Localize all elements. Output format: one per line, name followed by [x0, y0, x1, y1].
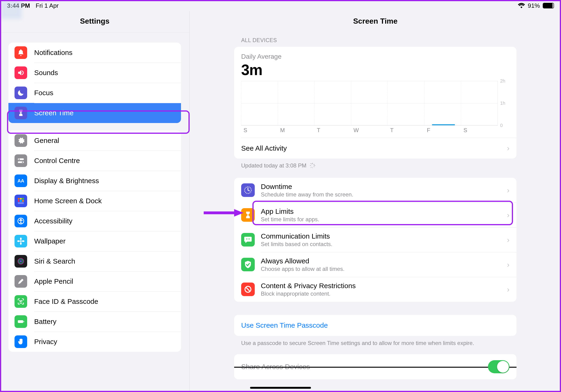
- feature-subtitle: Set time limits for apps.: [261, 216, 507, 223]
- use-passcode-row[interactable]: Use Screen Time Passcode: [234, 315, 517, 336]
- use-passcode-label: Use Screen Time Passcode: [241, 321, 328, 329]
- svg-rect-9: [20, 200, 22, 202]
- svg-point-18: [22, 240, 24, 242]
- annotation-arrow: [204, 208, 244, 217]
- sidebar-item-label: Siri & Search: [34, 257, 75, 265]
- settings-sidebar: Settings Notifications Sounds Focus: [0, 11, 190, 392]
- aa-icon: AA: [14, 175, 27, 187]
- svg-point-36: [246, 238, 248, 239]
- sidebar-item-screen-time[interactable]: Screen Time: [8, 103, 181, 123]
- chart-bar-F: [432, 124, 455, 125]
- sidebar-item-label: General: [34, 137, 59, 144]
- svg-point-24: [22, 300, 22, 301]
- sidebar-item-focus[interactable]: Focus: [8, 83, 181, 103]
- siri-icon: [14, 255, 27, 268]
- updated-text: Updated today at 3:08 PM: [234, 159, 517, 169]
- sidebar-title: Settings: [0, 11, 189, 33]
- sidebar-item-battery[interactable]: Battery: [8, 311, 181, 332]
- svg-point-13: [20, 219, 21, 220]
- svg-rect-5: [18, 198, 20, 199]
- feature-row-communication-limits[interactable]: Communication LimitsSet limits based on …: [234, 227, 517, 252]
- chevron-right-icon: ›: [507, 211, 509, 219]
- share-card: Share Across Devices: [234, 354, 517, 379]
- svg-rect-26: [23, 321, 24, 322]
- see-all-activity-row[interactable]: See All Activity ›: [234, 138, 517, 159]
- sidebar-item-label: Notifications: [34, 49, 72, 57]
- wifi-icon: [518, 3, 525, 8]
- svg-point-16: [20, 242, 22, 245]
- sidebar-item-label: Wallpaper: [34, 237, 65, 245]
- svg-point-37: [248, 238, 250, 239]
- sidebar-item-label: Sounds: [34, 69, 58, 77]
- sidebar-item-wallpaper[interactable]: Wallpaper: [8, 231, 181, 251]
- svg-rect-6: [20, 198, 22, 199]
- passcode-caption: Use a passcode to secure Screen Time set…: [234, 336, 517, 354]
- spinner-icon: [309, 162, 316, 169]
- hourglass-icon: [14, 107, 27, 119]
- sidebar-section-1: Notifications Sounds Focus Screen Time: [8, 42, 181, 123]
- section-header-all-devices: ALL DEVICES: [234, 32, 517, 47]
- status-date: Fri 1 Apr: [36, 2, 59, 9]
- pencil-icon: [14, 275, 27, 288]
- moon-icon: [14, 87, 27, 99]
- battery-icon: [14, 315, 27, 328]
- feature-row-always-allowed[interactable]: Always AllowedChoose apps to allow at al…: [234, 252, 517, 277]
- sidebar-item-sounds[interactable]: Sounds: [8, 63, 181, 83]
- feature-row-downtime[interactable]: DowntimeSchedule time away from the scre…: [234, 178, 517, 203]
- sidebar-item-label: Privacy: [34, 338, 57, 346]
- sidebar-item-control-centre[interactable]: Control Centre: [8, 151, 181, 171]
- svg-point-17: [17, 240, 20, 242]
- feature-subtitle: Set limits based on contacts.: [261, 241, 507, 248]
- feature-subtitle: Choose apps to allow at all times.: [261, 266, 507, 272]
- chevron-right-icon: ›: [507, 285, 509, 294]
- svg-rect-29: [310, 165, 311, 166]
- usage-chart: 2h 1h 0 SMTWTFS: [234, 81, 517, 138]
- svg-rect-27: [312, 163, 313, 164]
- feature-row-app-limits[interactable]: App LimitsSet time limits for apps.›: [234, 203, 517, 227]
- features-card: DowntimeSchedule time away from the scre…: [234, 178, 517, 302]
- feature-title: Downtime: [261, 182, 507, 191]
- share-toggle[interactable]: [488, 360, 509, 373]
- svg-point-22: [20, 260, 22, 262]
- sidebar-item-apple-pencil[interactable]: Apple Pencil: [8, 271, 181, 291]
- downtime-icon: [241, 183, 255, 197]
- feature-title: Content & Privacy Restrictions: [261, 282, 507, 290]
- hand-icon: [14, 335, 27, 348]
- svg-text:AA: AA: [18, 178, 24, 183]
- flower-icon: [14, 235, 27, 248]
- sidebar-item-label: Focus: [34, 89, 53, 97]
- battery-percent: 91%: [528, 2, 540, 9]
- sidebar-item-label: Accessibility: [34, 217, 72, 225]
- daily-average-label: Daily Average: [241, 53, 509, 60]
- svg-rect-30: [314, 165, 315, 166]
- sidebar-item-display[interactable]: AA Display & Brightness: [8, 171, 181, 191]
- sidebar-item-home-screen[interactable]: Home Screen & Dock: [8, 191, 181, 211]
- sidebar-item-notifications[interactable]: Notifications: [8, 42, 181, 63]
- svg-rect-7: [22, 198, 24, 199]
- feature-row-content-privacy-restrictions[interactable]: Content & Privacy RestrictionsBlock inap…: [234, 277, 517, 302]
- sidebar-item-label: Display & Brightness: [34, 177, 99, 185]
- svg-rect-33: [313, 164, 315, 165]
- speaker-icon: [14, 66, 27, 79]
- chevron-right-icon: ›: [507, 236, 509, 244]
- svg-point-15: [20, 237, 22, 240]
- sidebar-item-siri[interactable]: Siri & Search: [8, 251, 181, 271]
- chevron-right-icon: ›: [507, 186, 509, 195]
- sidebar-item-label: Face ID & Passcode: [34, 298, 98, 305]
- sidebar-item-accessibility[interactable]: Accessibility: [8, 211, 181, 231]
- feature-subtitle: Block inappropriate content.: [261, 290, 507, 297]
- share-across-devices-row[interactable]: Share Across Devices: [234, 354, 517, 379]
- sidebar-item-privacy[interactable]: Privacy: [8, 332, 181, 352]
- bell-icon: [14, 46, 27, 59]
- main-title: Screen Time: [190, 11, 561, 32]
- feature-subtitle: Schedule time away from the screen.: [261, 191, 507, 198]
- feature-title: Communication Limits: [261, 232, 507, 240]
- status-bar: 3:44 PM Fri 1 Apr 91%: [0, 0, 561, 11]
- feature-title: Always Allowed: [261, 257, 507, 265]
- svg-point-14: [20, 240, 22, 242]
- home-indicator: [250, 387, 311, 389]
- sidebar-item-face-id[interactable]: Face ID & Passcode: [8, 291, 181, 311]
- sidebar-item-general[interactable]: General: [8, 131, 181, 151]
- gear-icon: [14, 134, 27, 147]
- svg-rect-31: [311, 163, 312, 165]
